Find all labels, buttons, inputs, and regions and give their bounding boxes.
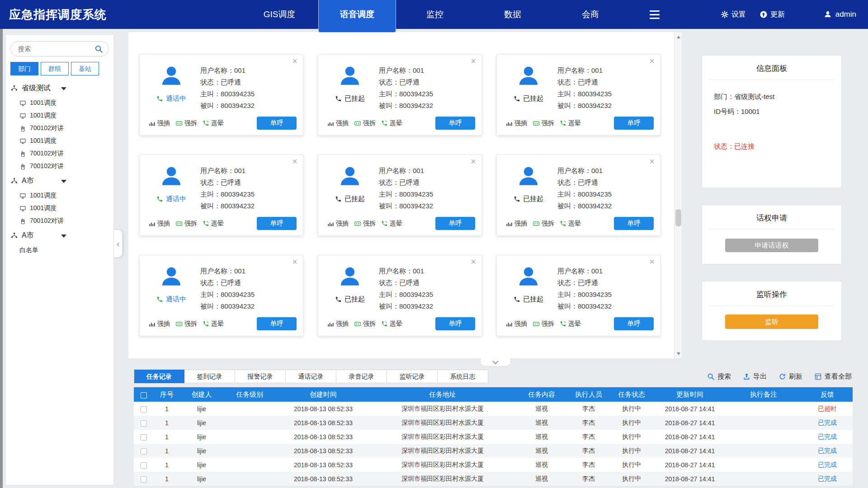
scroll-down-arrow-icon[interactable] — [675, 351, 682, 358]
tree-item[interactable]: 700102对讲 — [6, 122, 113, 135]
close-icon[interactable]: × — [292, 157, 297, 166]
close-icon[interactable]: × — [649, 157, 655, 166]
remote-stun-action[interactable]: 遥晕 — [203, 320, 224, 328]
single-call-button[interactable]: 单呼 — [257, 217, 297, 230]
tree-item[interactable]: 700102对讲 — [6, 147, 113, 160]
request-talk-right-button[interactable]: 申请话语权 — [725, 239, 818, 252]
tree-item[interactable]: 700102对讲 — [6, 215, 113, 227]
close-icon[interactable]: × — [649, 257, 655, 266]
force-break-action[interactable]: 强拆 — [354, 119, 376, 127]
records-tab[interactable]: 任务记录 — [134, 370, 184, 383]
force-break-action[interactable]: 强拆 — [175, 220, 197, 228]
tree-item[interactable]: 1001调度 — [6, 135, 113, 147]
row-checkbox[interactable] — [141, 462, 147, 469]
single-call-button[interactable]: 单呼 — [257, 317, 297, 330]
force-break-action[interactable]: 强拆 — [354, 320, 376, 328]
toolbar-button[interactable]: 刷新 — [778, 372, 802, 381]
records-tab[interactable]: 监听记录 — [387, 370, 438, 383]
tree-group-header[interactable]: A市 — [6, 227, 113, 244]
force-break-action[interactable]: 强拆 — [175, 119, 197, 127]
caret-down-icon[interactable] — [61, 87, 66, 93]
nav-item[interactable]: 监控 — [396, 0, 474, 29]
caret-down-icon[interactable] — [61, 180, 66, 186]
table-row[interactable]: 1 lijie 2018-08-13 08:52:33 深圳市福田区彩田村水源大… — [134, 458, 853, 472]
tree-item[interactable]: 1001调度 — [6, 189, 113, 202]
toolbar-button[interactable]: 导出 — [743, 372, 767, 381]
monitor-button[interactable]: 监听 — [725, 314, 818, 329]
sidebar-collapse-handle[interactable]: ‹ — [114, 230, 123, 258]
settings-button[interactable]: 设置 — [721, 10, 746, 19]
main-scrollbar[interactable] — [674, 32, 682, 358]
tree-item[interactable]: 1001调度 — [6, 202, 113, 215]
nav-item[interactable]: 会商 — [552, 0, 629, 29]
records-tab[interactable]: 报警记录 — [235, 370, 286, 383]
force-break-action[interactable]: 强拆 — [533, 119, 554, 127]
nav-item[interactable]: 数据 — [474, 0, 552, 29]
force-break-action[interactable]: 强拆 — [533, 220, 554, 228]
select-all-checkbox[interactable] — [141, 392, 147, 399]
records-tab[interactable]: 签到记录 — [184, 370, 235, 383]
sidebar-tab[interactable]: 基站 — [71, 62, 99, 75]
force-insert-action[interactable]: 强插 — [149, 220, 170, 228]
force-insert-action[interactable]: 强插 — [149, 119, 170, 127]
force-insert-action[interactable]: 强插 — [327, 220, 349, 228]
toolbar-button[interactable]: 查看全部 — [814, 372, 852, 381]
remote-stun-action[interactable]: 遥晕 — [560, 119, 581, 127]
remote-stun-action[interactable]: 遥晕 — [381, 320, 402, 328]
force-insert-action[interactable]: 强插 — [327, 119, 349, 127]
toolbar-button[interactable]: 搜索 — [707, 372, 731, 381]
table-row[interactable]: 1 lijie 2018-08-13 08:52:33 深圳市福田区彩田村水源大… — [134, 444, 853, 458]
single-call-button[interactable]: 单呼 — [614, 317, 654, 330]
row-checkbox[interactable] — [141, 420, 147, 427]
nav-item[interactable]: GIS调度 — [241, 0, 318, 29]
remote-stun-action[interactable]: 遥晕 — [560, 320, 581, 328]
single-call-button[interactable]: 单呼 — [435, 117, 475, 130]
tree-item[interactable]: 1001调度 — [6, 109, 113, 122]
user-menu[interactable]: admin — [824, 10, 856, 19]
remote-stun-action[interactable]: 遥晕 — [560, 220, 581, 228]
close-icon[interactable]: × — [292, 56, 297, 66]
table-row[interactable]: 1 lijie 2018-08-13 08:52:33 深圳市福田区彩田村水源大… — [134, 472, 853, 486]
records-expand-handle[interactable] — [480, 358, 511, 366]
table-row[interactable]: 1 lijie 2018-08-13 08:52:33 深圳市福田区彩田村水源大… — [134, 402, 853, 416]
tree-item[interactable]: 白名单 — [6, 244, 113, 257]
records-tab[interactable]: 通话记录 — [286, 370, 336, 383]
remote-stun-action[interactable]: 遥晕 — [203, 119, 224, 127]
close-icon[interactable]: × — [292, 257, 297, 266]
records-tab[interactable]: 录音记录 — [336, 370, 387, 383]
remote-stun-action[interactable]: 遥晕 — [381, 220, 402, 228]
remote-stun-action[interactable]: 遥晕 — [203, 220, 224, 228]
force-break-action[interactable]: 强拆 — [175, 320, 197, 328]
table-row[interactable]: 1 lijie 2018-08-13 08:52:33 深圳市福田区彩田村水源大… — [134, 416, 853, 430]
scrollbar-thumb[interactable] — [675, 209, 681, 226]
sidebar-tab[interactable]: 群组 — [41, 62, 69, 75]
search-input[interactable] — [11, 42, 108, 56]
row-checkbox[interactable] — [141, 406, 147, 413]
caret-down-icon[interactable] — [61, 235, 66, 240]
force-insert-action[interactable]: 强插 — [327, 320, 349, 328]
single-call-button[interactable]: 单呼 — [257, 117, 297, 130]
table-row[interactable]: 1 lijie 2018-08-13 08:52:33 深圳市福田区彩田村水源大… — [134, 430, 853, 444]
menu-icon[interactable] — [646, 0, 664, 29]
row-checkbox[interactable] — [141, 476, 147, 483]
close-icon[interactable]: × — [471, 157, 476, 166]
records-tab[interactable]: 系统日志 — [438, 370, 488, 383]
close-icon[interactable]: × — [649, 56, 655, 66]
single-call-button[interactable]: 单呼 — [435, 217, 475, 230]
row-checkbox[interactable] — [141, 448, 147, 455]
update-button[interactable]: 更新 — [760, 10, 785, 19]
force-insert-action[interactable]: 强插 — [506, 220, 527, 228]
tree-item[interactable]: 700102对讲 — [6, 160, 113, 173]
tree-group-header[interactable]: 省级测试 — [6, 80, 113, 97]
remote-stun-action[interactable]: 遥晕 — [381, 119, 402, 127]
single-call-button[interactable]: 单呼 — [614, 217, 654, 230]
row-checkbox[interactable] — [141, 434, 147, 441]
page-edge-scrollbar[interactable] — [0, 0, 3, 488]
force-insert-action[interactable]: 强插 — [506, 320, 527, 328]
close-icon[interactable]: × — [471, 257, 476, 266]
sidebar-tab[interactable]: 部门 — [10, 62, 38, 75]
force-insert-action[interactable]: 强插 — [149, 320, 170, 328]
tree-item[interactable]: 1001调度 — [6, 97, 113, 109]
force-break-action[interactable]: 强拆 — [354, 220, 376, 228]
close-icon[interactable]: × — [471, 56, 476, 66]
